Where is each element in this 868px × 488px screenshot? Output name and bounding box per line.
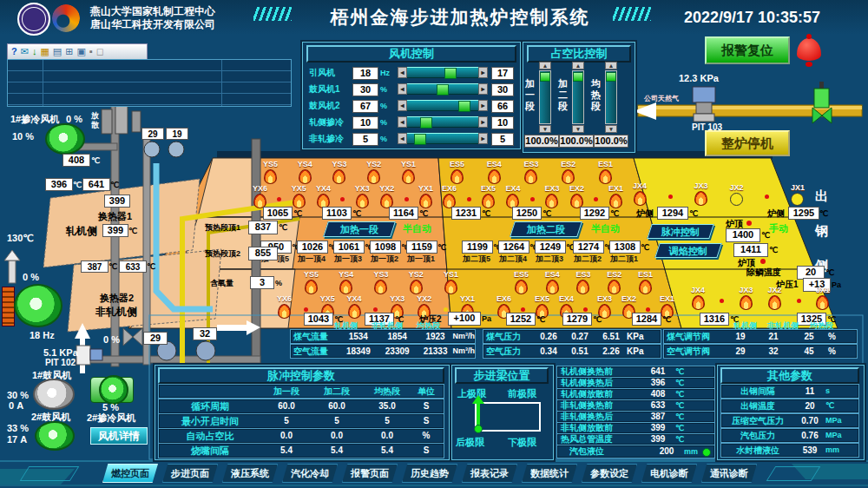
decor-slashes-right <box>613 7 651 21</box>
fan-setpoint-input[interactable]: 10 <box>352 116 378 129</box>
alarm-reset-button[interactable]: 报警复位 <box>705 36 790 64</box>
fan-setpoint-input[interactable]: 5 <box>352 133 378 146</box>
burner-row-jx-top-zone3: JX4 JX3 JX2 JX1 <box>633 181 805 206</box>
burner-label: JX4 <box>691 286 705 294</box>
heat-exchanger1-label: 换热器1 <box>98 211 132 222</box>
fan-row-unit: % <box>380 85 387 95</box>
pulse-cell[interactable]: 35.0 <box>362 401 412 412</box>
pulse-cell[interactable]: 5.4 <box>261 445 312 456</box>
tab-motor-diagnosis[interactable]: 电机诊断 <box>641 464 697 483</box>
slider-right-arrow[interactable]: ▸ <box>478 67 488 78</box>
blower2-icon[interactable] <box>35 421 75 451</box>
fan-row-label: 非轧掺冷 <box>309 134 344 144</box>
tab-hydraulic-system[interactable]: 液压系统 <box>222 464 278 483</box>
slider-left-arrow[interactable]: ◂ <box>398 116 407 128</box>
flame-icon <box>410 280 423 294</box>
slider-left-arrow[interactable]: ◂ <box>398 67 407 78</box>
slider-right-arrow[interactable]: ▸ <box>478 83 488 95</box>
fan-row-label: 鼓风机1 <box>309 84 340 95</box>
duty-slider[interactable] <box>605 70 617 124</box>
pulse-cell[interactable]: 5 <box>312 416 362 426</box>
slider-thumb[interactable] <box>444 68 457 79</box>
slider-down-arrow[interactable]: ▾ <box>572 125 584 133</box>
burner-label: ES5 <box>514 270 529 279</box>
chart-icon[interactable]: ▦ <box>40 46 49 57</box>
fan-slider[interactable]: ◂▸ <box>398 116 488 128</box>
slider-up-arrow[interactable]: ▴ <box>572 62 584 69</box>
beam-panel-title: 步进梁位置 <box>455 367 549 384</box>
slider-thumb[interactable] <box>573 72 583 82</box>
burner-row-ys-top-zone1: YS5 YS4 YS3 YS2 YS1 <box>263 160 416 184</box>
pulse-cell[interactable]: 5.4 <box>312 445 362 456</box>
duty-slider[interactable] <box>572 70 584 124</box>
slider-thumb[interactable] <box>540 72 550 82</box>
fan-detail-button[interactable]: 风机详情 <box>90 427 148 445</box>
fan-setpoint-input[interactable]: 18 <box>352 67 378 80</box>
flame-icon <box>562 169 575 184</box>
slider-left-arrow[interactable]: ◂ <box>398 83 407 95</box>
slider-up-arrow[interactable]: ▴ <box>539 62 551 69</box>
slider-right-arrow[interactable]: ▸ <box>478 100 488 111</box>
fan1-icon[interactable] <box>45 123 85 155</box>
induced-draft-fan-icon[interactable] <box>14 284 62 327</box>
pulse-cell[interactable]: 5.4 <box>362 445 412 456</box>
window-icon[interactable]: ▣ <box>76 46 85 57</box>
pulse-cell[interactable]: 5 <box>261 416 312 426</box>
pulse-cell[interactable]: 0.0 <box>362 431 412 441</box>
duty-panel-title: 占空比控制 <box>527 45 631 63</box>
blower1-icon[interactable] <box>33 379 75 410</box>
slider-down-arrow[interactable]: ▾ <box>605 125 617 133</box>
slider-up-arrow[interactable]: ▴ <box>605 62 617 69</box>
zone-temp: 1279 <box>562 313 592 326</box>
tab-parameter-setting[interactable]: 参数设定 <box>582 464 637 483</box>
slider-thumb[interactable] <box>458 101 470 112</box>
pulse-cell[interactable]: 60.0 <box>312 401 362 412</box>
folder-icon[interactable]: ▤ <box>53 46 62 57</box>
slider-left-arrow[interactable]: ◂ <box>398 100 407 111</box>
slider-left-arrow[interactable]: ◂ <box>398 133 407 144</box>
page-title: 梧州金海步进加热炉控制系统 <box>308 5 612 30</box>
slider-thumb[interactable] <box>420 117 432 129</box>
slider-thumb[interactable] <box>606 72 616 82</box>
slider-down-arrow[interactable]: ▾ <box>539 125 551 133</box>
tab-vaporization-cooling[interactable]: 汽化冷却 <box>282 464 338 483</box>
fan-slider[interactable]: ◂▸ <box>398 100 488 111</box>
burner-label: JX2 <box>729 183 743 192</box>
report-icon[interactable]: ⊞ <box>65 46 73 57</box>
tab-data-statistics[interactable]: 数据统计 <box>522 464 577 483</box>
temp-value: 408 <box>62 154 90 167</box>
tab-report-record[interactable]: 报表记录 <box>462 464 517 483</box>
slider-right-arrow[interactable]: ▸ <box>478 116 488 128</box>
pulse-control-badge[interactable]: 脉冲控制 <box>647 224 714 239</box>
slider-thumb[interactable] <box>437 84 449 96</box>
slider-right-arrow[interactable]: ▸ <box>478 133 488 144</box>
tab-comm-diagnosis[interactable]: 通讯诊断 <box>701 464 757 483</box>
tab-step-page[interactable]: 步进页面 <box>162 464 218 483</box>
download-icon[interactable]: ↓ <box>32 46 37 57</box>
print-icon[interactable]: ▪ <box>89 46 93 57</box>
lock-icon[interactable]: ◻ <box>96 46 104 57</box>
fan-setpoint-input[interactable]: 67 <box>352 100 378 113</box>
mail-icon[interactable]: ✉ <box>21 46 29 57</box>
pulse-cell[interactable]: 0.0 <box>261 431 312 441</box>
fan-slider[interactable]: ◂▸ <box>398 133 488 144</box>
pulse-cell[interactable]: 5 <box>362 416 412 426</box>
fan-slider[interactable]: ◂▸ <box>398 67 488 78</box>
pulse-cell[interactable]: 0.0 <box>312 431 362 441</box>
hx-row: 轧机侧换热前641℃ <box>556 366 715 378</box>
duty-slider[interactable] <box>539 70 551 124</box>
slider-thumb[interactable] <box>414 134 426 145</box>
help-icon[interactable]: ? <box>11 46 17 57</box>
pulse-cell[interactable]: 60.0 <box>261 401 312 412</box>
scada-screen: 燕山大学国家轧制工程中心 唐山华工科技开发有限公司 梧州金海步进加热炉控制系统 … <box>0 0 868 488</box>
burner-label: YX6 <box>253 184 267 193</box>
burner-label: YS5 <box>263 160 278 168</box>
fan-setpoint-input[interactable]: 30 <box>352 83 378 96</box>
flame-adjust-badge[interactable]: 调焰控制 <box>654 243 722 258</box>
alarm-list[interactable] <box>7 59 292 107</box>
tab-history-trend[interactable]: 历史趋势 <box>402 464 457 483</box>
furnace-stop-button[interactable]: 整炉停机 <box>705 130 790 156</box>
tab-combustion-page[interactable]: 燃控页面 <box>102 464 158 483</box>
tab-alarm-page[interactable]: 报警页面 <box>342 464 398 483</box>
fan-slider[interactable]: ◂▸ <box>398 83 488 95</box>
